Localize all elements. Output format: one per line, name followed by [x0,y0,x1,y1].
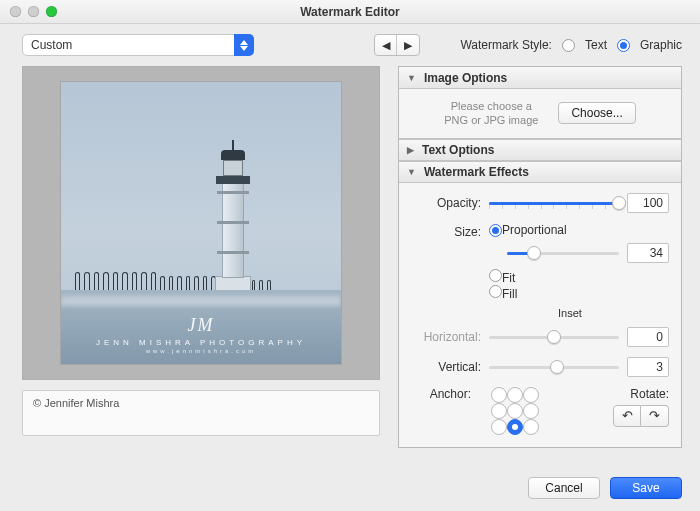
inset-vertical-label: Vertical: [411,360,481,374]
image-options-title: Image Options [424,71,507,85]
watermark-line2: www.jennmishra.com [61,348,341,354]
size-label: Size: [411,223,481,301]
inset-vertical-slider[interactable] [489,359,619,375]
anchor-label: Anchor: [411,387,471,401]
preset-selected: Custom [31,38,72,52]
inset-vertical-value[interactable]: 3 [627,357,669,377]
size-fit-radio[interactable] [489,269,502,282]
anchor-middle-left[interactable] [491,403,507,419]
watermark-effects-title: Watermark Effects [424,165,529,179]
anchor-top-center[interactable] [507,387,523,403]
rotate-ccw-button[interactable]: ↶ [613,405,641,427]
copyright-text: © Jennifer Mishra [33,397,119,409]
copyright-field[interactable]: © Jennifer Mishra [22,390,380,436]
anchor-bottom-left[interactable] [491,419,507,435]
size-value[interactable]: 34 [627,243,669,263]
size-fill-radio[interactable] [489,285,502,298]
text-options-header[interactable]: ▶ Text Options [399,139,681,161]
titlebar: Watermark Editor [0,0,700,24]
opacity-slider[interactable] [489,195,619,211]
anchor-middle-right[interactable] [523,403,539,419]
watermark-style-label: Watermark Style: [460,38,552,52]
choose-image-button[interactable]: Choose... [558,102,635,124]
anchor-bottom-right[interactable] [523,419,539,435]
lighthouse-graphic [211,144,255,294]
style-text-radio[interactable] [562,39,575,52]
anchor-middle-center[interactable] [507,403,523,419]
disclosure-triangle-icon: ▼ [407,167,416,177]
inset-title: Inset [471,307,669,319]
watermark-signature: JM [61,315,341,336]
window-title: Watermark Editor [0,5,700,19]
image-options-hint: Please choose a PNG or JPG image [444,99,538,128]
inset-horizontal-value[interactable]: 0 [627,327,669,347]
size-fill-label: Fill [502,287,517,301]
disclosure-triangle-icon: ▼ [407,73,416,83]
preset-prev-button[interactable]: ◀ [375,35,397,55]
watermark-effects-header[interactable]: ▼ Watermark Effects [399,161,681,183]
cancel-button[interactable]: Cancel [528,477,600,499]
opacity-value[interactable]: 100 [627,193,669,213]
inset-horizontal-label: Horizontal: [411,330,481,344]
style-graphic-label: Graphic [640,38,682,52]
style-text-label: Text [585,38,607,52]
preset-dropdown-chevron-icon [234,34,254,56]
text-options-title: Text Options [422,143,494,157]
rotate-cw-button[interactable]: ↷ [641,405,669,427]
preset-dropdown[interactable]: Custom [22,34,254,56]
anchor-grid [491,387,539,435]
preset-nav: ◀ ▶ [374,34,420,56]
anchor-top-left[interactable] [491,387,507,403]
size-fit-label: Fit [502,271,515,285]
size-proportional-radio[interactable] [489,224,502,237]
image-options-header[interactable]: ▼ Image Options [399,67,681,89]
style-graphic-radio[interactable] [617,39,630,52]
preview-image: JM JENN MISHRA PHOTOGRAPHY www.jennmishr… [61,82,341,364]
opacity-label: Opacity: [411,196,481,210]
disclosure-triangle-icon: ▶ [407,145,414,155]
anchor-bottom-center[interactable] [507,419,523,435]
inset-horizontal-slider[interactable] [489,329,619,345]
anchor-top-right[interactable] [523,387,539,403]
rotate-label: Rotate: [613,387,669,401]
size-slider[interactable] [507,245,619,261]
preset-next-button[interactable]: ▶ [397,35,419,55]
save-button[interactable]: Save [610,477,682,499]
watermark-overlay[interactable]: JM JENN MISHRA PHOTOGRAPHY www.jennmishr… [61,315,341,354]
size-proportional-label: Proportional [502,223,567,237]
watermark-line1: JENN MISHRA PHOTOGRAPHY [61,338,341,347]
watermark-preview: JM JENN MISHRA PHOTOGRAPHY www.jennmishr… [22,66,380,380]
